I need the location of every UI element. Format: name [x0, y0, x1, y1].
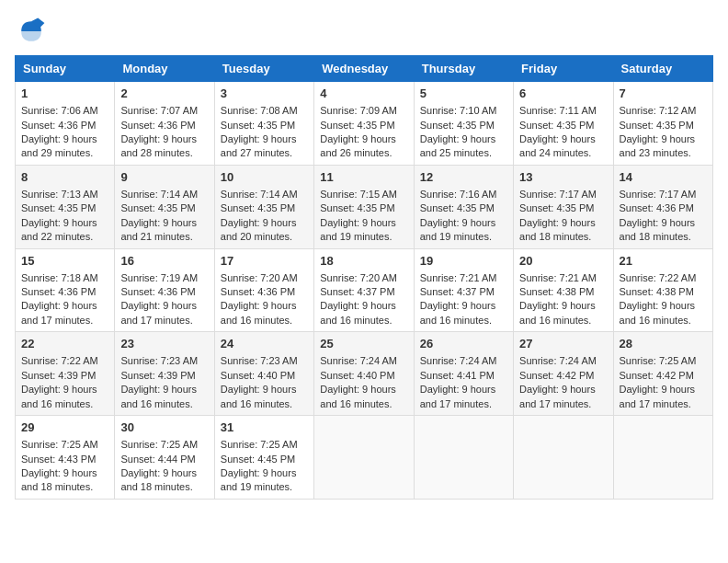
calendar-cell: 22Sunrise: 7:22 AMSunset: 4:39 PMDayligh…	[16, 332, 115, 416]
calendar-cell: 10Sunrise: 7:14 AMSunset: 4:35 PMDayligh…	[214, 165, 313, 248]
header-friday: Friday	[514, 56, 613, 82]
calendar-cell: 24Sunrise: 7:23 AMSunset: 4:40 PMDayligh…	[214, 332, 313, 416]
daylight: Daylight: 9 hours and 16 minutes.	[519, 300, 596, 325]
day-number: 18	[320, 253, 407, 270]
calendar-cell: 30Sunrise: 7:25 AMSunset: 4:44 PMDayligh…	[115, 416, 214, 500]
calendar-cell: 16Sunrise: 7:19 AMSunset: 4:36 PMDayligh…	[115, 248, 214, 332]
daylight: Daylight: 9 hours and 16 minutes.	[221, 300, 297, 325]
sunrise: Sunrise: 7:25 AM	[620, 355, 697, 366]
sunset: Sunset: 4:35 PM	[120, 202, 195, 213]
sunrise: Sunrise: 7:13 AM	[21, 189, 98, 200]
sunset: Sunset: 4:35 PM	[21, 202, 96, 213]
day-number: 26	[420, 336, 507, 352]
sunrise: Sunrise: 7:09 AM	[320, 105, 397, 116]
sunset: Sunset: 4:35 PM	[620, 120, 694, 131]
sunrise: Sunrise: 7:12 AM	[620, 105, 697, 116]
calendar-cell: 6Sunrise: 7:11 AMSunset: 4:35 PMDaylight…	[514, 82, 613, 166]
day-number: 7	[620, 86, 707, 102]
sunrise: Sunrise: 7:07 AM	[120, 105, 198, 116]
calendar-cell: 12Sunrise: 7:16 AMSunset: 4:35 PMDayligh…	[414, 165, 513, 248]
calendar-cell: 2Sunrise: 7:07 AMSunset: 4:36 PMDaylight…	[115, 82, 214, 166]
calendar-table: SundayMondayTuesdayWednesdayThursdayFrid…	[15, 55, 713, 500]
calendar-cell: 4Sunrise: 7:09 AMSunset: 4:35 PMDaylight…	[314, 82, 414, 166]
calendar-cell: 26Sunrise: 7:24 AMSunset: 4:41 PMDayligh…	[414, 332, 513, 416]
calendar-cell: 15Sunrise: 7:18 AMSunset: 4:36 PMDayligh…	[16, 248, 115, 332]
sunset: Sunset: 4:35 PM	[420, 202, 495, 213]
calendar-cell: 13Sunrise: 7:17 AMSunset: 4:35 PMDayligh…	[514, 165, 613, 248]
daylight: Daylight: 9 hours and 20 minutes.	[221, 217, 297, 242]
sunset: Sunset: 4:38 PM	[519, 286, 594, 297]
day-number: 24	[221, 336, 308, 352]
day-number: 9	[120, 169, 208, 186]
sunrise: Sunrise: 7:19 AM	[120, 272, 198, 283]
daylight: Daylight: 9 hours and 16 minutes.	[320, 384, 396, 408]
sunrise: Sunrise: 7:24 AM	[519, 355, 597, 366]
sunset: Sunset: 4:39 PM	[120, 370, 195, 381]
sunrise: Sunrise: 7:17 AM	[519, 189, 597, 200]
calendar-cell: 23Sunrise: 7:23 AMSunset: 4:39 PMDayligh…	[115, 332, 214, 416]
day-number: 15	[21, 253, 108, 270]
logo-icon	[15, 15, 48, 48]
sunset: Sunset: 4:44 PM	[120, 454, 195, 465]
day-number: 8	[21, 169, 108, 186]
calendar-cell: 25Sunrise: 7:24 AMSunset: 4:40 PMDayligh…	[314, 332, 414, 416]
header-wednesday: Wednesday	[314, 56, 414, 82]
calendar-cell: 21Sunrise: 7:22 AMSunset: 4:38 PMDayligh…	[613, 248, 712, 332]
sunrise: Sunrise: 7:24 AM	[420, 355, 497, 366]
sunrise: Sunrise: 7:23 AM	[221, 355, 298, 366]
sunrise: Sunrise: 7:23 AM	[120, 355, 198, 366]
daylight: Daylight: 9 hours and 17 minutes.	[21, 300, 97, 325]
sunset: Sunset: 4:43 PM	[21, 454, 96, 465]
daylight: Daylight: 9 hours and 19 minutes.	[420, 217, 496, 242]
daylight: Daylight: 9 hours and 28 minutes.	[120, 133, 197, 158]
calendar-cell: 9Sunrise: 7:14 AMSunset: 4:35 PMDaylight…	[115, 165, 214, 248]
sunrise: Sunrise: 7:14 AM	[221, 189, 298, 200]
week-row-2: 8Sunrise: 7:13 AMSunset: 4:35 PMDaylight…	[16, 165, 713, 248]
sunset: Sunset: 4:36 PM	[120, 286, 195, 297]
day-number: 3	[221, 86, 308, 102]
calendar-cell	[414, 416, 513, 500]
calendar-cell: 29Sunrise: 7:25 AMSunset: 4:43 PMDayligh…	[16, 416, 115, 500]
sunrise: Sunrise: 7:20 AM	[221, 272, 298, 283]
daylight: Daylight: 9 hours and 16 minutes.	[320, 300, 396, 325]
day-number: 10	[221, 169, 308, 186]
calendar-cell: 14Sunrise: 7:17 AMSunset: 4:36 PMDayligh…	[613, 165, 712, 248]
day-number: 29	[21, 419, 108, 436]
calendar-cell: 1Sunrise: 7:06 AMSunset: 4:36 PMDaylight…	[16, 82, 115, 166]
calendar-cell: 20Sunrise: 7:21 AMSunset: 4:38 PMDayligh…	[514, 248, 613, 332]
sunset: Sunset: 4:35 PM	[221, 120, 295, 131]
header-saturday: Saturday	[613, 56, 712, 82]
sunset: Sunset: 4:35 PM	[320, 120, 394, 131]
calendar-cell	[514, 416, 613, 500]
sunset: Sunset: 4:36 PM	[21, 120, 96, 131]
week-row-1: 1Sunrise: 7:06 AMSunset: 4:36 PMDaylight…	[16, 82, 713, 166]
header-tuesday: Tuesday	[214, 56, 313, 82]
sunset: Sunset: 4:42 PM	[620, 370, 694, 381]
day-number: 20	[519, 253, 607, 270]
calendar-cell: 18Sunrise: 7:20 AMSunset: 4:37 PMDayligh…	[314, 248, 414, 332]
daylight: Daylight: 9 hours and 24 minutes.	[519, 133, 596, 158]
daylight: Daylight: 9 hours and 16 minutes.	[420, 300, 496, 325]
sunrise: Sunrise: 7:24 AM	[320, 355, 397, 366]
day-number: 19	[420, 253, 507, 270]
calendar-cell: 5Sunrise: 7:10 AMSunset: 4:35 PMDaylight…	[414, 82, 513, 166]
logo	[15, 15, 51, 48]
daylight: Daylight: 9 hours and 16 minutes.	[21, 384, 97, 408]
day-number: 2	[120, 86, 208, 102]
day-number: 14	[620, 169, 707, 186]
sunrise: Sunrise: 7:22 AM	[21, 355, 98, 366]
daylight: Daylight: 9 hours and 19 minutes.	[221, 467, 297, 492]
sunset: Sunset: 4:35 PM	[320, 202, 394, 213]
day-number: 28	[620, 336, 707, 352]
sunset: Sunset: 4:35 PM	[420, 120, 495, 131]
day-number: 17	[221, 253, 308, 270]
daylight: Daylight: 9 hours and 17 minutes.	[120, 300, 197, 325]
calendar-cell: 17Sunrise: 7:20 AMSunset: 4:36 PMDayligh…	[214, 248, 313, 332]
day-number: 23	[120, 336, 208, 352]
sunset: Sunset: 4:41 PM	[420, 370, 495, 381]
sunset: Sunset: 4:37 PM	[320, 286, 394, 297]
daylight: Daylight: 9 hours and 27 minutes.	[221, 133, 297, 158]
calendar-cell: 3Sunrise: 7:08 AMSunset: 4:35 PMDaylight…	[214, 82, 313, 166]
day-number: 5	[420, 86, 507, 102]
daylight: Daylight: 9 hours and 18 minutes.	[519, 217, 596, 242]
